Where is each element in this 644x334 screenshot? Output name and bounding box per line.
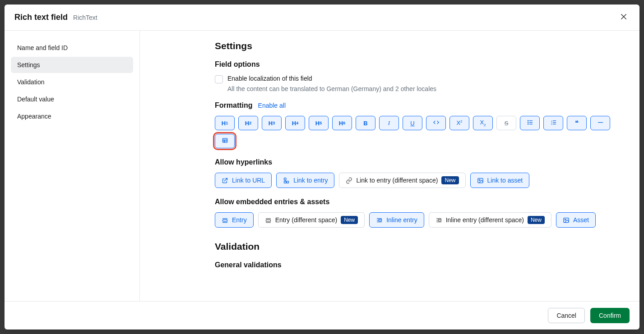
cancel-button[interactable]: Cancel xyxy=(548,308,585,323)
svg-rect-19 xyxy=(284,178,286,179)
svg-rect-21 xyxy=(287,181,288,183)
link-icon xyxy=(346,177,352,184)
format-ol-button[interactable]: 123 xyxy=(543,116,563,130)
pill-label: Link to URL xyxy=(232,177,265,184)
sidebar-item-label: Settings xyxy=(17,61,40,69)
pill-label: Link to asset xyxy=(487,177,523,184)
format-italic-button[interactable]: I xyxy=(379,116,399,130)
numbered-list-icon: 123 xyxy=(550,119,557,127)
confirm-button[interactable]: Confirm xyxy=(590,308,630,323)
quote-icon: ❝ xyxy=(575,119,579,127)
svg-rect-25 xyxy=(223,220,227,221)
format-h3-button[interactable]: H3 xyxy=(262,116,282,130)
format-hr-button[interactable] xyxy=(590,116,610,130)
svg-point-2 xyxy=(528,120,528,121)
formatting-title: Formatting xyxy=(215,101,253,110)
field-options-title: Field options xyxy=(215,60,621,69)
svg-point-39 xyxy=(565,219,566,220)
sidebar-item-name-id[interactable]: Name and field ID xyxy=(11,40,133,56)
embed-title: Allow embedded entries & assets xyxy=(215,198,621,206)
table-icon xyxy=(222,137,228,145)
close-button[interactable] xyxy=(618,11,630,24)
asset-icon xyxy=(477,177,484,184)
embed-inline-entry-diff-space-button[interactable]: Inline entry (different space) New xyxy=(429,212,551,228)
inline-entry-icon xyxy=(436,217,442,224)
format-h5-button[interactable]: H5 xyxy=(309,116,329,130)
sidebar-item-label: Appearance xyxy=(17,113,51,120)
format-h4-button[interactable]: H4 xyxy=(285,116,305,130)
format-h1-button[interactable]: H1 xyxy=(215,116,235,130)
new-badge: New xyxy=(528,216,545,224)
embed-inline-entry-button[interactable]: Inline entry xyxy=(369,212,424,228)
entry-link-icon xyxy=(283,177,290,184)
modal-body: Name and field ID Settings Validation De… xyxy=(5,31,639,301)
format-code-button[interactable] xyxy=(426,116,446,130)
svg-rect-15 xyxy=(222,138,227,142)
link-to-url-button[interactable]: Link to URL xyxy=(215,173,272,188)
new-badge: New xyxy=(441,176,459,184)
modal-dialog: Rich text field RichText Name and field … xyxy=(5,5,639,329)
sidebar-item-label: Default value xyxy=(17,96,54,103)
format-h2-button[interactable]: H2 xyxy=(238,116,258,130)
pill-label: Inline entry xyxy=(386,216,417,224)
general-validations-title: General validations xyxy=(215,261,621,269)
format-ul-button[interactable] xyxy=(520,116,540,130)
modal-footer: Cancel Confirm xyxy=(5,301,639,329)
svg-point-4 xyxy=(528,122,528,123)
localization-checkbox[interactable] xyxy=(215,75,223,83)
format-strikethrough-button[interactable]: S xyxy=(496,116,516,130)
link-to-entry-button[interactable]: Link to entry xyxy=(276,173,334,188)
content-panel: Settings Field options Enable localizati… xyxy=(140,31,639,301)
close-icon xyxy=(620,15,628,22)
hyperlinks-row: Link to URL Link to entry Link to entry … xyxy=(215,173,621,188)
link-to-entry-diff-space-button[interactable]: Link to entry (different space) New xyxy=(339,173,465,188)
format-underline-button[interactable]: U xyxy=(403,116,422,130)
superscript-icon: X2 xyxy=(456,119,462,126)
svg-point-6 xyxy=(528,124,528,124)
sidebar-item-settings[interactable]: Settings xyxy=(11,57,133,73)
sidebar-item-label: Name and field ID xyxy=(17,44,68,51)
format-blockquote-button[interactable]: ❝ xyxy=(567,116,587,130)
button-label: Cancel xyxy=(556,312,576,319)
external-link-icon xyxy=(222,177,228,184)
svg-text:3: 3 xyxy=(551,123,552,125)
bullet-list-icon xyxy=(527,119,533,127)
bold-icon: B xyxy=(363,120,367,127)
sidebar-item-validation[interactable]: Validation xyxy=(11,74,133,90)
format-h6-button[interactable]: H6 xyxy=(332,116,352,130)
link-to-asset-button[interactable]: Link to asset xyxy=(470,173,530,188)
format-table-button[interactable] xyxy=(215,134,235,148)
section-title-settings: Settings xyxy=(215,41,621,51)
sidebar-item-appearance[interactable]: Appearance xyxy=(11,108,133,124)
sidebar-item-default-value[interactable]: Default value xyxy=(11,91,133,107)
svg-rect-28 xyxy=(266,220,270,221)
formatting-buttons: H1 H2 H3 H4 H5 H6 B I U X2 X2 S 123 ❝ xyxy=(215,116,621,148)
pill-label: Entry xyxy=(232,216,247,224)
format-subscript-button[interactable]: X2 xyxy=(473,116,493,130)
embed-row: Entry Entry (different space) New Inline… xyxy=(215,212,621,228)
enable-all-link[interactable]: Enable all xyxy=(258,102,286,109)
hyperlinks-title: Allow hyperlinks xyxy=(215,158,621,166)
modal-title: Rich text field xyxy=(14,13,68,22)
sidebar: Name and field ID Settings Validation De… xyxy=(5,31,140,301)
italic-icon: I xyxy=(388,119,390,127)
embed-entry-icon xyxy=(265,217,272,224)
new-badge: New xyxy=(341,216,358,224)
embed-entry-diff-space-button[interactable]: Entry (different space) New xyxy=(258,212,365,228)
hr-icon xyxy=(597,119,604,127)
pill-label: Link to entry xyxy=(293,177,328,184)
code-icon xyxy=(433,119,440,127)
localization-hint: All the content can be translated to Ger… xyxy=(227,85,621,92)
sidebar-item-label: Validation xyxy=(17,78,44,86)
pill-label: Entry (different space) xyxy=(275,216,337,224)
format-superscript-button[interactable]: X2 xyxy=(449,116,469,130)
modal-header: Rich text field RichText xyxy=(5,5,639,31)
embed-asset-button[interactable]: Asset xyxy=(556,212,596,228)
svg-rect-20 xyxy=(284,181,286,183)
underline-icon: U xyxy=(410,120,414,127)
svg-point-23 xyxy=(479,179,480,181)
embed-entry-button[interactable]: Entry xyxy=(215,212,254,228)
svg-rect-36 xyxy=(438,219,441,221)
format-bold-button[interactable]: B xyxy=(356,116,375,130)
section-title-validation: Validation xyxy=(215,241,621,252)
